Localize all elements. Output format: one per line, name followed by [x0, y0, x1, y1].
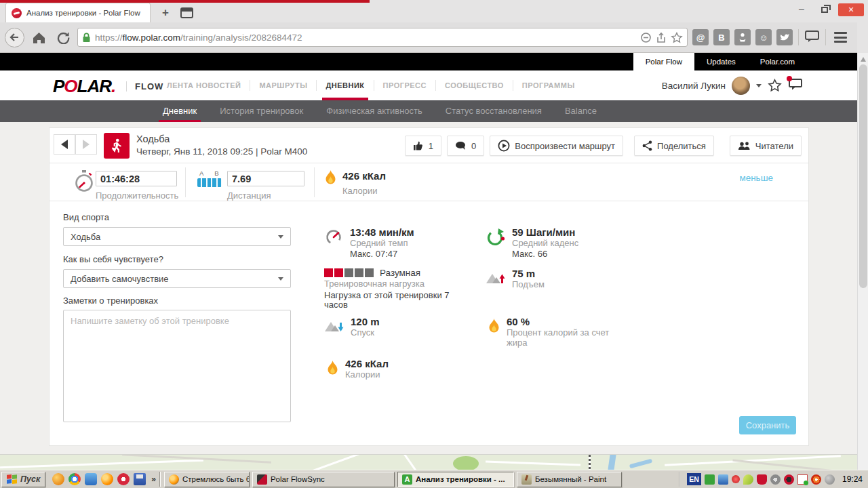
readers-button[interactable]: Читатели: [730, 136, 802, 156]
share-page-icon[interactable]: [656, 32, 667, 43]
nav-dnevnik[interactable]: ДНЕВНИК: [317, 80, 374, 91]
notes-textarea[interactable]: [63, 310, 291, 422]
calories2-value: 426 кКал: [345, 359, 389, 369]
ruler-b-label: B: [214, 169, 218, 177]
subnav-aktivnost[interactable]: Физическая активность: [326, 100, 422, 122]
page-scrollbar[interactable]: [857, 53, 868, 470]
summary-separator: [314, 167, 315, 197]
like-button[interactable]: 1: [405, 136, 441, 156]
tray-icon-7[interactable]: [784, 474, 794, 485]
reader-mode-icon[interactable]: [640, 32, 652, 43]
avatar[interactable]: [732, 77, 750, 95]
play-route-button[interactable]: Воспроизвести маршрут: [490, 136, 623, 156]
subnav-vosstanovlenie[interactable]: Статус восстановления: [446, 100, 542, 122]
favorites-star-icon[interactable]: [768, 79, 782, 92]
save-button[interactable]: Сохранить: [739, 416, 796, 434]
nav-soobshchestvo[interactable]: СООБЩЕСТВО: [436, 80, 513, 91]
nav-programmy[interactable]: ПРОГРАММЫ: [513, 80, 584, 91]
select-caret-icon: [278, 277, 283, 281]
comment-button[interactable]: 0: [447, 136, 484, 156]
tab-list-icon[interactable]: [180, 7, 193, 18]
training-card: Ходьба Четверг, Янв 11, 2018 09:25 | Pol…: [49, 127, 809, 446]
new-tab-button[interactable]: +: [157, 5, 174, 20]
reload-button[interactable]: [53, 27, 73, 47]
subnav-dnevnik[interactable]: Дневник: [163, 100, 197, 122]
save-floppy-icon[interactable]: [134, 473, 146, 485]
restore-button[interactable]: [815, 7, 834, 13]
calories-flame-icon: [327, 360, 338, 376]
fat-value: 60 %: [507, 317, 632, 327]
prev-training-button[interactable]: [54, 134, 75, 155]
map-road: [732, 460, 854, 470]
language-indicator[interactable]: EN: [687, 473, 701, 485]
start-button[interactable]: Пуск: [1, 472, 45, 487]
top-tab-updates[interactable]: Updates: [694, 53, 748, 70]
bookmark-star-icon[interactable]: [671, 32, 683, 43]
amigo-browser-icon: А: [402, 474, 412, 485]
task-polar-flowsync[interactable]: Polar FlowSync: [252, 472, 395, 487]
minimize-button[interactable]: –: [792, 3, 811, 16]
subnav-balance[interactable]: Balance: [565, 100, 597, 122]
chat-bubble-icon: [804, 30, 820, 43]
user-name[interactable]: Василий Лукин: [662, 81, 726, 91]
nav-progress[interactable]: ПРОГРЕСС: [374, 80, 436, 91]
odnoklassniki-button[interactable]: [734, 29, 751, 45]
myworld-button[interactable]: ☺: [755, 29, 772, 45]
tray-icon-3[interactable]: [732, 475, 740, 483]
polar-logo[interactable]: POLAR.: [53, 76, 115, 97]
home-button[interactable]: [28, 27, 49, 47]
training-datetime: Четверг, Янв 11, 2018 09:25 | Polar M400: [136, 146, 307, 157]
top-tab-polar-flow[interactable]: Polar Flow: [633, 53, 694, 70]
mailru-button[interactable]: @: [692, 29, 709, 45]
taskbar-clock[interactable]: 19:24: [842, 474, 863, 484]
tray-icon-1[interactable]: [705, 474, 715, 485]
sport-select[interactable]: Ходьба: [63, 227, 291, 246]
task-firefox[interactable]: Стремлюсь быть бодр...: [164, 472, 250, 487]
descent-label: Спуск: [351, 328, 380, 338]
descent-metric: 120 m Спуск: [325, 317, 380, 338]
scroll-up-icon[interactable]: [861, 57, 866, 62]
address-bar[interactable]: https://flow.polar.com/training/analysis…: [77, 28, 688, 47]
pace-value: 13:48 мин/км: [350, 227, 414, 237]
next-training-button[interactable]: [75, 134, 97, 155]
back-button[interactable]: [4, 27, 24, 47]
pocket-bubble-button[interactable]: [804, 30, 820, 45]
menu-button[interactable]: [834, 32, 847, 43]
firefox-icon[interactable]: [101, 473, 113, 485]
chrome-icon[interactable]: [68, 473, 81, 485]
distance-input[interactable]: [227, 171, 304, 186]
tray-icon-9[interactable]: [811, 474, 821, 485]
tray-icon-6[interactable]: [770, 474, 781, 485]
close-button[interactable]: ×: [838, 3, 864, 16]
tray-icon-10[interactable]: [825, 474, 835, 485]
tray-icon-2[interactable]: [718, 474, 728, 485]
opera-icon[interactable]: [117, 473, 130, 485]
task-analiz-trenirovki[interactable]: А Анализ тренировки - ...: [397, 472, 514, 487]
map-preview[interactable]: [0, 454, 857, 470]
duration-label: Продолжительность: [96, 190, 178, 201]
nav-lenta-novostei[interactable]: ЛЕНТА НОВОСТЕЙ: [158, 80, 250, 91]
share-label: Поделиться: [657, 141, 706, 151]
less-link[interactable]: меньше: [739, 173, 773, 183]
feel-select[interactable]: Добавить самочувствие: [63, 269, 291, 288]
duration-input[interactable]: [96, 171, 177, 186]
task-paint[interactable]: Безымянный - Paint: [517, 472, 622, 487]
user-menu-caret-icon[interactable]: [756, 84, 762, 87]
scrollbar-thumb[interactable]: [859, 64, 867, 288]
blue-app-icon[interactable]: [85, 473, 97, 485]
browser-tab[interactable]: Анализ тренировки - Polar Flow: [5, 3, 151, 22]
subnav-istoriya[interactable]: История тренировок: [220, 100, 303, 122]
twitter-button[interactable]: [776, 29, 793, 45]
tray-icon-8[interactable]: [797, 474, 808, 485]
share-button[interactable]: Поделиться: [634, 136, 714, 156]
quick-launch-overflow[interactable]: »: [151, 474, 156, 484]
tray-icon-4[interactable]: [743, 474, 753, 485]
daemon-tools-icon[interactable]: [52, 473, 64, 485]
vk-button[interactable]: B: [713, 29, 730, 45]
nav-marshruty[interactable]: МАРШРУТЫ: [250, 80, 317, 91]
tray-icon-5[interactable]: [757, 474, 767, 485]
top-tab-polar-com[interactable]: Polar.com: [748, 53, 807, 70]
load-rating: Разумная: [380, 268, 420, 278]
ascent-value: 75 m: [512, 268, 545, 279]
notifications-button[interactable]: [788, 78, 803, 93]
